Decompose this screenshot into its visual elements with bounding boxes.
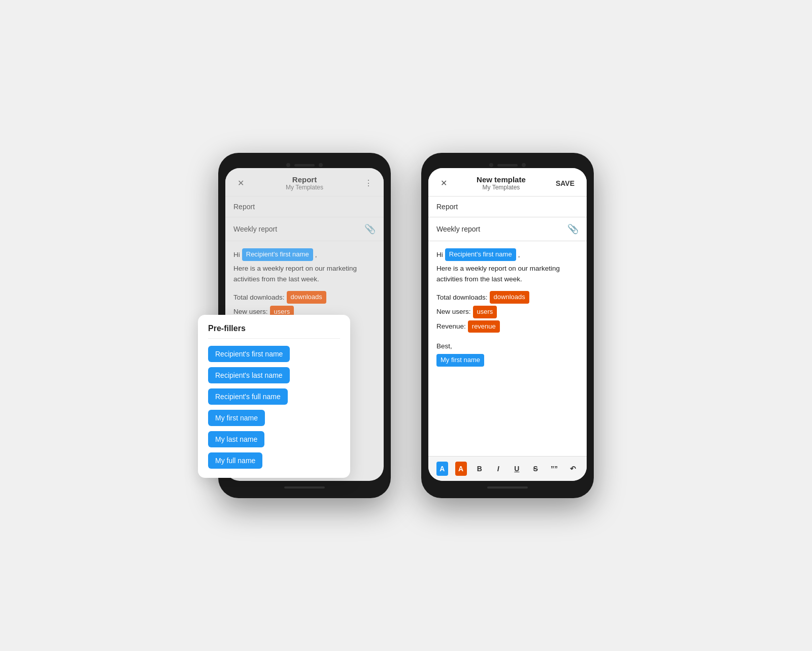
phone-2-title: New template <box>451 175 552 184</box>
phone-2-topbar-center: New template My Templates <box>451 175 552 191</box>
close-icon-1[interactable]: ✕ <box>233 176 248 190</box>
phone-1-notch <box>225 160 384 168</box>
phone-2-downloads-tag[interactable]: downloads <box>490 291 529 304</box>
phone-1-downloads-tag[interactable]: downloads <box>287 291 326 304</box>
phone-2-users-tag[interactable]: users <box>473 306 497 318</box>
phone-2-field-report: Report <box>428 197 587 217</box>
phone-2-comma: , <box>518 249 520 261</box>
phone-2-users-line: New users: users <box>436 306 579 318</box>
home-bar-2 <box>487 486 528 489</box>
phone-2-closing: Best, <box>436 341 452 352</box>
home-bar-1 <box>284 486 325 489</box>
toolbar-strikethrough-button[interactable]: S <box>530 462 542 476</box>
phone-2-revenue-tag[interactable]: revenue <box>468 320 500 333</box>
prefiller-recipient-last[interactable]: Recipient's last name <box>208 367 290 383</box>
prefiller-recipient-first[interactable]: Recipient's first name <box>208 346 290 362</box>
phone-2-notch <box>428 160 587 168</box>
prefillers-list: Recipient's first name Recipient's last … <box>208 346 340 469</box>
phone-2-closing-section: Best, My first name <box>436 341 579 366</box>
prefiller-my-first[interactable]: My first name <box>208 410 265 426</box>
attachment-icon-2[interactable]: 📎 <box>567 223 579 235</box>
sensor-dot-2 <box>319 163 323 167</box>
toolbar-undo-button[interactable]: ↶ <box>567 462 579 476</box>
phone-2-signature-tag[interactable]: My first name <box>436 354 484 367</box>
phone-2-revenue-label: Revenue: <box>436 321 466 332</box>
phone-1-field-report: Report <box>225 197 384 217</box>
phone-1-bottom <box>225 481 384 491</box>
phone-2-bottom <box>428 481 587 491</box>
sensor-line <box>294 164 315 167</box>
more-options-icon-1[interactable]: ⋮ <box>361 176 376 190</box>
phone-2-paragraph: Here is a weekly report on our marketing… <box>436 263 579 285</box>
attachment-icon-1[interactable]: 📎 <box>364 223 376 235</box>
phone-2-wrapper: ✕ New template My Templates SAVE Report … <box>421 153 594 498</box>
phone-1-topbar: ✕ Report My Templates ⋮ <box>225 168 384 197</box>
editor-toolbar: A A B I U S ”” ↶ <box>428 456 587 481</box>
phone-2-field-weekly: Weekly report 📎 <box>428 217 587 241</box>
phone-1-paragraph: Here is a weekly report on our marketing… <box>233 263 376 285</box>
save-button[interactable]: SAVE <box>552 177 579 189</box>
toolbar-quote-button[interactable]: ”” <box>549 462 560 476</box>
phone-1-comma: , <box>315 249 317 261</box>
phone-2-downloads-label: Total downloads: <box>436 292 488 303</box>
prefiller-my-full[interactable]: My full name <box>208 452 262 469</box>
sensor-dot-1 <box>286 163 290 167</box>
phone-1-recipient-tag[interactable]: Recipient's first name <box>242 248 313 261</box>
prefillers-popup: Pre-fillers Recipient's first name Recip… <box>198 315 350 478</box>
phone-1-greeting-line: Hi Recipient's first name , <box>233 248 376 261</box>
prefiller-my-last[interactable]: My last name <box>208 431 264 447</box>
sensor-dot-4 <box>522 163 526 167</box>
phone-2-content: Report Weekly report 📎 Hi Recipient's fi… <box>428 197 587 481</box>
close-icon-2[interactable]: ✕ <box>436 176 451 190</box>
toolbar-underline-button[interactable]: U <box>511 462 523 476</box>
phone-1-hi: Hi <box>233 249 240 261</box>
phone-1-field-weekly: Weekly report 📎 <box>225 217 384 241</box>
phone-2-message: Hi Recipient's first name , Here is a we… <box>428 241 587 456</box>
phone-1-report-label: Report <box>233 203 255 211</box>
phone-2-recipient-tag[interactable]: Recipient's first name <box>445 248 516 261</box>
phone-1-subtitle: My Templates <box>248 184 361 191</box>
toolbar-bg-color-button[interactable]: A <box>455 462 467 476</box>
sensor-line-2 <box>497 164 518 167</box>
phone-2-weekly-label: Weekly report <box>436 225 480 233</box>
toolbar-bold-button[interactable]: B <box>474 462 486 476</box>
phone-2: ✕ New template My Templates SAVE Report … <box>421 153 594 498</box>
prefiller-recipient-full[interactable]: Recipient's full name <box>208 388 288 405</box>
phone-1-wrapper: ✕ Report My Templates ⋮ Report Weekly re… <box>218 153 391 498</box>
phone-2-users-label: New users: <box>436 306 471 317</box>
toolbar-font-color-button[interactable]: A <box>436 462 448 476</box>
phone-1-weekly-label: Weekly report <box>233 225 277 233</box>
phone-2-signature-line: My first name <box>436 354 579 367</box>
phone-2-greeting-line: Hi Recipient's first name , <box>436 248 579 261</box>
sensor-dot-3 <box>489 163 493 167</box>
phone-2-topbar: ✕ New template My Templates SAVE <box>428 168 587 197</box>
phone-1-title: Report <box>248 175 361 184</box>
phone-1-downloads-line: Total downloads: downloads <box>233 291 376 304</box>
phone-2-hi: Hi <box>436 249 443 261</box>
phone-2-screen: ✕ New template My Templates SAVE Report … <box>428 168 587 481</box>
phone-2-subtitle: My Templates <box>451 184 552 191</box>
prefillers-title: Pre-fillers <box>208 324 340 339</box>
phone-1-sensors <box>286 163 323 167</box>
phone-1-downloads-label: Total downloads: <box>233 292 285 303</box>
phone-1-topbar-center: Report My Templates <box>248 175 361 191</box>
toolbar-italic-button[interactable]: I <box>492 462 504 476</box>
phone-2-report-label: Report <box>436 203 458 211</box>
phone-2-revenue-line: Revenue: revenue <box>436 320 579 333</box>
phone-2-sensors <box>489 163 526 167</box>
phone-2-downloads-line: Total downloads: downloads <box>436 291 579 304</box>
phone-2-closing-line: Best, <box>436 341 579 352</box>
